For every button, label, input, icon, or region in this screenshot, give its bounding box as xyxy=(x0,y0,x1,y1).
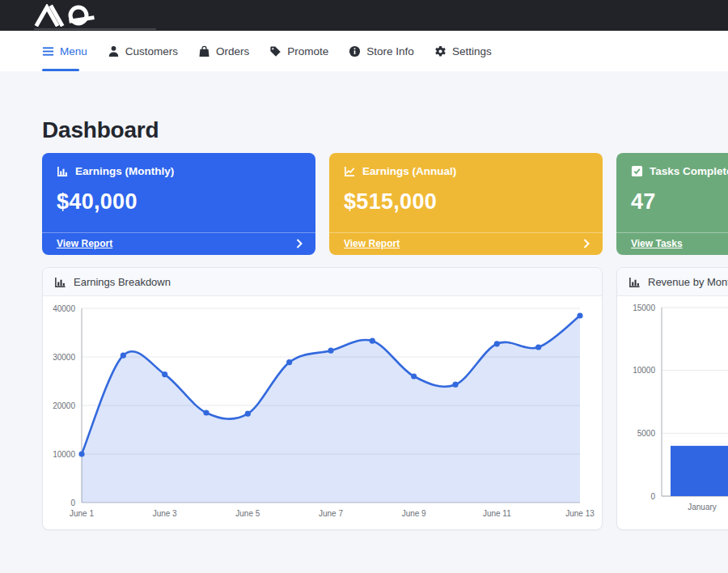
svg-text:June 13: June 13 xyxy=(565,509,595,518)
stat-card-title-row: Earnings (Monthly) xyxy=(57,165,301,177)
chevron-right-icon xyxy=(583,239,590,248)
nav-item-customers[interactable]: Customers xyxy=(108,45,178,57)
svg-text:June 3: June 3 xyxy=(153,509,177,518)
svg-text:June 9: June 9 xyxy=(402,509,426,518)
view-report-link[interactable]: View Report xyxy=(57,238,112,249)
stat-value: $40,000 xyxy=(57,189,301,214)
svg-text:0: 0 xyxy=(650,492,655,501)
active-tab-indicator xyxy=(42,69,79,71)
stat-card-body: Earnings (Monthly) $40,000 xyxy=(42,153,315,214)
svg-text:0: 0 xyxy=(70,499,75,507)
chart-card-header: Revenue by Month xyxy=(617,268,728,296)
nav-label: Store Info xyxy=(366,45,414,57)
nav-item-store-info[interactable]: Store Info xyxy=(349,45,414,57)
hamburger-icon xyxy=(42,45,54,57)
svg-text:30000: 30000 xyxy=(53,353,75,362)
top-app-bar xyxy=(0,0,728,31)
nav-item-promote[interactable]: Promote xyxy=(269,45,328,57)
page-title: Dashboard xyxy=(42,117,728,143)
stat-card-body: Tasks Completed 47 xyxy=(616,153,728,214)
tag-icon xyxy=(269,45,281,57)
stat-value: 47 xyxy=(631,189,728,214)
stat-card-body: Earnings (Annual) $515,000 xyxy=(329,153,603,214)
svg-text:January: January xyxy=(688,503,717,511)
stat-cards-row: Earnings (Monthly) $40,000 View Report E… xyxy=(42,153,728,255)
check-square-icon xyxy=(631,165,643,177)
stat-card-footer[interactable]: View Report xyxy=(329,232,603,255)
earnings-breakdown-card: Earnings Breakdown 010000200003000040000… xyxy=(42,267,603,530)
nav-label: Orders xyxy=(216,45,249,57)
stat-card-footer[interactable]: View Tasks xyxy=(616,232,728,255)
page-content: Dashboard Earnings (Monthly) $40,000 Vie… xyxy=(0,117,728,530)
info-icon xyxy=(349,45,361,57)
nav-label: Settings xyxy=(452,45,492,57)
nav-item-orders[interactable]: Orders xyxy=(198,45,249,57)
stat-value: $515,000 xyxy=(344,189,588,214)
svg-text:June 11: June 11 xyxy=(483,509,511,518)
person-icon xyxy=(108,45,120,57)
svg-text:40000: 40000 xyxy=(53,304,75,313)
line-chart-icon xyxy=(344,165,356,177)
stat-card-tasks-completed: Tasks Completed 47 View Tasks xyxy=(616,153,728,255)
svg-text:June 7: June 7 xyxy=(319,509,343,518)
svg-text:June 5: June 5 xyxy=(235,509,260,518)
bar-chart-icon xyxy=(54,276,66,288)
chevron-right-icon xyxy=(296,239,303,248)
stat-card-title-row: Tasks Completed xyxy=(631,165,728,177)
nav-label: Customers xyxy=(125,45,178,57)
stat-card-footer[interactable]: View Report xyxy=(42,232,315,255)
nav-label: Promote xyxy=(287,45,328,57)
bar-chart-icon xyxy=(629,276,641,288)
chart-title: Revenue by Month xyxy=(648,276,728,288)
svg-text:5000: 5000 xyxy=(637,429,656,438)
brand-logo[interactable] xyxy=(34,4,111,27)
nav-item-settings[interactable]: Settings xyxy=(434,45,492,57)
nav-label: Menu xyxy=(60,45,87,57)
charts-row: Earnings Breakdown 010000200003000040000… xyxy=(42,267,728,530)
svg-text:10000: 10000 xyxy=(53,450,75,459)
chart-card-header: Earnings Breakdown xyxy=(43,268,602,296)
stat-card-earnings-monthly: Earnings (Monthly) $40,000 View Report xyxy=(42,153,315,255)
stat-card-title-row: Earnings (Annual) xyxy=(344,165,588,177)
view-tasks-link[interactable]: View Tasks xyxy=(631,238,683,249)
nav-item-menu[interactable]: Menu xyxy=(42,45,87,57)
bar-chart-icon xyxy=(57,165,69,177)
revenue-bar-chart[interactable]: 050001000015000January xyxy=(617,296,728,530)
stat-title: Earnings (Annual) xyxy=(362,165,456,177)
stat-title: Tasks Completed xyxy=(650,165,728,177)
main-navbar: Menu Customers Orders Promote Store Info… xyxy=(0,31,728,71)
stat-title: Earnings (Monthly) xyxy=(75,165,174,177)
chart-title: Earnings Breakdown xyxy=(74,276,171,288)
gear-icon xyxy=(434,45,447,57)
view-report-link[interactable]: View Report xyxy=(344,238,400,249)
stat-card-earnings-annual: Earnings (Annual) $515,000 View Report xyxy=(329,153,603,255)
svg-text:15000: 15000 xyxy=(633,303,655,312)
earnings-line-chart[interactable]: 010000200003000040000June 1June 3June 5J… xyxy=(43,296,602,530)
logo-underline xyxy=(34,28,156,30)
svg-text:20000: 20000 xyxy=(53,401,75,410)
revenue-by-month-card: Revenue by Month 050001000015000January xyxy=(616,267,728,530)
svg-text:June 1: June 1 xyxy=(70,509,94,518)
bag-icon xyxy=(198,45,210,57)
svg-text:10000: 10000 xyxy=(633,366,655,375)
